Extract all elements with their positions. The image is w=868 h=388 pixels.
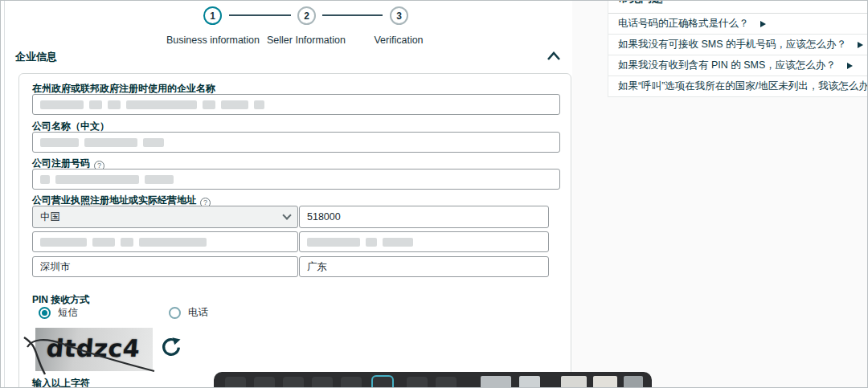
- radio-unselected-icon[interactable]: [169, 307, 181, 319]
- dock-app-icon[interactable]: [407, 377, 428, 388]
- faq-item-phone-format[interactable]: 电话号码的正确格式是什么？: [608, 14, 868, 35]
- faq-header: 常见问题: [618, 1, 663, 6]
- city-input[interactable]: [32, 256, 298, 277]
- business-info-card: 在州政府或联邦政府注册时使用的企业名称 公司名称（中文） 公司注册号码? 公司营…: [18, 73, 571, 388]
- step-connector-1: [229, 14, 291, 16]
- captcha-refresh-button[interactable]: [159, 336, 182, 358]
- faq-item-call-unlisted[interactable]: 如果“呼叫”选项在我所在的国家/地区未列出，我该怎么办？: [608, 76, 868, 97]
- faq-panel: 常见问题 电话号码的正确格式是什么？ 如果我没有可接收 SMS 的手机号码，应该…: [608, 1, 868, 97]
- province-input[interactable]: [299, 256, 549, 277]
- pin-method-label: PIN 接收方式: [32, 293, 89, 307]
- redacted-text: [40, 138, 79, 147]
- dock-app-icon[interactable]: [283, 377, 304, 388]
- dock-app-icon[interactable]: [254, 377, 275, 388]
- chevron-down-icon: [282, 210, 291, 219]
- dock-active-app-icon[interactable]: [371, 375, 394, 388]
- step-2-circle: 2: [297, 6, 316, 25]
- dock-window-thumbnail[interactable]: [593, 376, 617, 388]
- address-line2-input[interactable]: [299, 231, 549, 252]
- pin-option-phone-label: 电话: [188, 306, 208, 320]
- step-3-label: Verification: [371, 35, 427, 46]
- pin-option-sms[interactable]: 短信: [39, 306, 78, 320]
- redacted-text: [40, 100, 84, 109]
- expand-arrow-icon: [847, 63, 853, 69]
- step-1-number: 1: [210, 10, 215, 22]
- dock-window-thumbnail[interactable]: [519, 376, 540, 388]
- redacted-text: [40, 175, 50, 184]
- step-2-number: 2: [304, 10, 309, 22]
- radio-selected-icon[interactable]: [39, 307, 51, 319]
- postal-code-input[interactable]: [299, 206, 549, 228]
- captcha-image: dtdzc4: [35, 328, 153, 371]
- page-left-divider: [4, 1, 5, 387]
- registration-page: 1 2 3 Business information Seller Inform…: [0, 0, 868, 388]
- dock-app-icon[interactable]: [312, 377, 333, 388]
- faq-item-no-sms-number[interactable]: 如果我没有可接收 SMS 的手机号码，应该怎么办？: [608, 35, 868, 55]
- dock-app-icon[interactable]: [436, 377, 457, 388]
- country-select[interactable]: 中国: [32, 206, 298, 228]
- captcha-input-label: 输入以上字符: [32, 377, 90, 388]
- pin-option-phone[interactable]: 电话: [169, 306, 208, 320]
- company-name-cn-input[interactable]: [32, 132, 560, 153]
- collapse-section-button[interactable]: [544, 49, 563, 63]
- pin-option-sms-label: 短信: [58, 306, 78, 320]
- chevron-up-icon: [544, 49, 563, 63]
- dock-app-icon[interactable]: [225, 377, 246, 388]
- faq-item-no-pin-sms[interactable]: 如果我没有收到含有 PIN 的 SMS，应该怎么办？: [608, 55, 868, 76]
- step-1-label: Business information: [164, 35, 262, 46]
- dock-app-icon[interactable]: [341, 377, 362, 388]
- country-value: 中国: [40, 210, 60, 224]
- dock-window-thumbnail[interactable]: [481, 376, 511, 388]
- redacted-text: [40, 238, 87, 247]
- faq-header-strip: 常见问题: [608, 1, 868, 14]
- section-title: 企业信息: [15, 50, 57, 64]
- step-1-circle: 1: [203, 6, 222, 25]
- step-2-label: Seller Information: [267, 35, 346, 46]
- business-name-input[interactable]: [32, 94, 560, 115]
- captcha-text: dtdzc4: [45, 334, 141, 362]
- dock-window-thumbnail[interactable]: [561, 376, 587, 388]
- step-3-number: 3: [396, 10, 402, 22]
- dock: [214, 372, 652, 388]
- registration-number-input[interactable]: [32, 169, 560, 190]
- step-3-circle: 3: [390, 6, 408, 25]
- refresh-icon: [159, 336, 182, 358]
- expand-arrow-icon: [760, 21, 766, 27]
- redacted-text: [307, 238, 360, 247]
- expand-arrow-icon: [858, 42, 863, 48]
- dock-window-thumbnail[interactable]: [624, 376, 643, 388]
- step-connector-2: [322, 14, 383, 16]
- address-line1-input[interactable]: [32, 231, 298, 252]
